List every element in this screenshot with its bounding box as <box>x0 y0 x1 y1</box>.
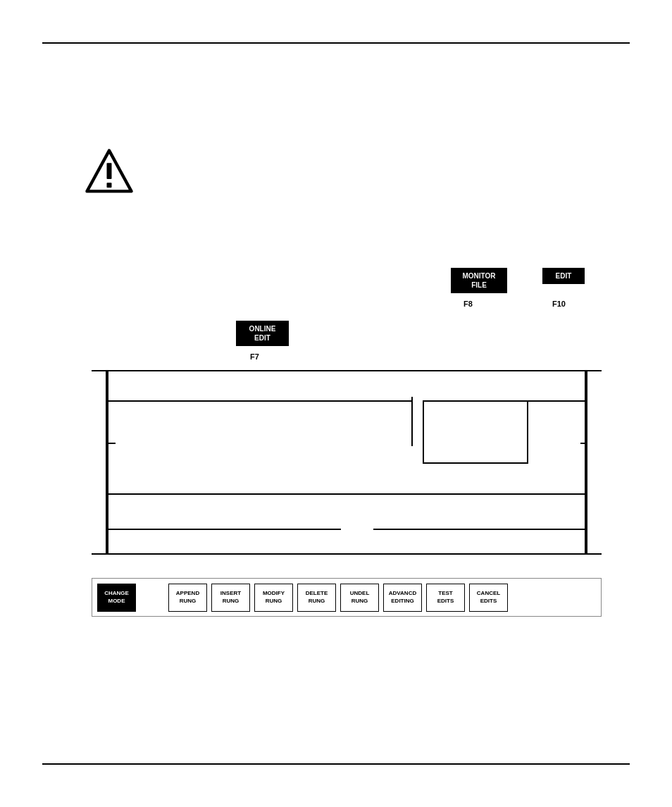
svg-rect-1 <box>107 163 112 179</box>
test-edits-button[interactable]: TESTEDITS <box>426 584 465 612</box>
f7-label: F7 <box>250 352 259 361</box>
ladder-bottom-border <box>92 553 602 555</box>
tick-r2 <box>580 443 587 444</box>
f8-label: F8 <box>463 300 473 308</box>
component-box <box>423 400 528 464</box>
modify-rung-button[interactable]: MODIFYRUNG <box>254 584 293 612</box>
monitor-file-button[interactable]: MONITOR FILE <box>451 268 507 293</box>
ladder-top-border <box>92 370 602 371</box>
monitor-file-label-line2: FILE <box>471 281 487 289</box>
advancd-editing-button[interactable]: ADVANCDEDITING <box>383 584 422 612</box>
rung-line-1 <box>108 400 411 402</box>
top-rule <box>42 42 630 44</box>
bottom-rule <box>42 763 630 765</box>
online-edit-label-line1: ONLINE <box>249 325 276 333</box>
left-rail <box>106 370 108 553</box>
online-edit-label-line2: EDIT <box>254 334 270 342</box>
right-rail <box>585 370 587 553</box>
edit-label: EDIT <box>556 272 572 280</box>
rung-line-2 <box>108 493 585 495</box>
rung-line-3b <box>373 529 585 530</box>
online-edit-button[interactable]: ONLINE EDIT <box>236 321 289 346</box>
undel-rung-button[interactable]: UNDELRUNG <box>340 584 379 612</box>
cancel-edits-button[interactable]: CANCELEDITS <box>469 584 508 612</box>
delete-rung-button[interactable]: DELETERUNG <box>297 584 336 612</box>
tick-2 <box>108 443 116 444</box>
f10-label: F10 <box>552 300 566 308</box>
insert-rung-button[interactable]: INSERTRUNG <box>211 584 250 612</box>
monitor-file-label-line1: MONITOR <box>462 272 495 280</box>
junction-vertical <box>411 397 413 446</box>
toolbar: CHANGEMODE APPENDRUNG INSERTRUNG MODIFYR… <box>92 578 602 617</box>
svg-rect-2 <box>107 183 112 187</box>
rung-line-1b <box>528 400 585 402</box>
append-rung-button[interactable]: APPENDRUNG <box>168 584 207 612</box>
change-mode-button[interactable]: CHANGEMODE <box>97 584 136 612</box>
warning-icon <box>85 148 134 194</box>
rung-line-3a <box>108 529 341 530</box>
edit-button[interactable]: EDIT <box>542 268 585 284</box>
